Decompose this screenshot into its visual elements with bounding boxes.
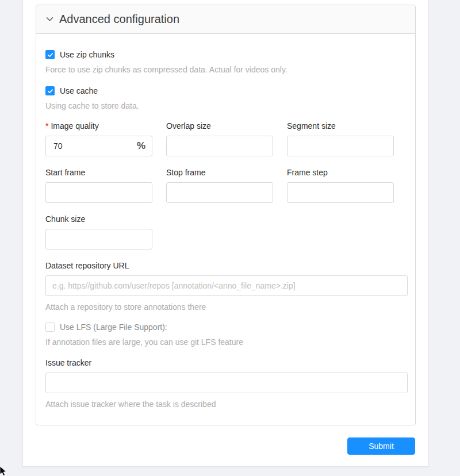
repository-url-help: Attach a repository to store annotations… bbox=[45, 301, 406, 313]
use-zip-chunks-checkbox[interactable]: Use zip chunks bbox=[45, 50, 406, 59]
stop-frame-label: Stop frame bbox=[166, 167, 273, 178]
segment-size-input[interactable] bbox=[287, 136, 394, 156]
overlap-size-field: Overlap size bbox=[166, 120, 273, 156]
use-lfs-checkbox[interactable]: Use LFS (Large File Support): bbox=[45, 323, 406, 332]
start-frame-field: Start frame bbox=[45, 167, 152, 203]
chunk-size-input[interactable] bbox=[45, 229, 152, 249]
mouse-cursor bbox=[0, 466, 8, 476]
grid-row-1: *Image quality % Overlap size Segment si… bbox=[45, 120, 406, 156]
checkbox-unchecked-icon bbox=[45, 323, 55, 332]
chunk-size-field: Chunk size bbox=[45, 213, 152, 249]
use-lfs-help: If annotation files are large, you can u… bbox=[45, 336, 406, 348]
issue-tracker-field: Issue tracker Attach issue tracker where… bbox=[45, 357, 406, 410]
image-quality-label: *Image quality bbox=[45, 120, 152, 132]
submit-button[interactable]: Submit bbox=[347, 437, 415, 455]
stop-frame-field: Stop frame bbox=[166, 167, 273, 203]
use-lfs-label: Use LFS (Large File Support): bbox=[60, 323, 167, 332]
start-frame-input[interactable] bbox=[45, 182, 152, 203]
advanced-configuration-header[interactable]: Advanced configuration bbox=[36, 5, 415, 34]
panel-title: Advanced configuration bbox=[59, 13, 179, 26]
required-asterisk: * bbox=[45, 121, 48, 130]
frame-step-label: Frame step bbox=[287, 167, 394, 178]
create-task-card: Advanced configuration Use zip chunks Fo… bbox=[22, 0, 428, 467]
chunk-size-label: Chunk size bbox=[45, 213, 152, 225]
image-quality-input-wrap: % bbox=[45, 136, 152, 156]
checkbox-checked-icon bbox=[45, 86, 55, 95]
use-zip-chunks-help: Force to use zip chunks as compressed da… bbox=[45, 64, 406, 75]
image-quality-input[interactable] bbox=[52, 141, 137, 151]
overlap-size-input[interactable] bbox=[166, 136, 273, 156]
issue-tracker-help: Attach issue tracker where the task is d… bbox=[45, 398, 406, 410]
segment-size-label: Segment size bbox=[287, 120, 394, 132]
stop-frame-input[interactable] bbox=[166, 182, 273, 203]
issue-tracker-input[interactable] bbox=[45, 373, 408, 393]
segment-size-field: Segment size bbox=[287, 120, 394, 156]
use-zip-chunks-label: Use zip chunks bbox=[60, 50, 114, 59]
frame-step-field: Frame step bbox=[287, 167, 394, 203]
frame-step-input[interactable] bbox=[287, 182, 394, 203]
use-cache-label: Use cache bbox=[60, 86, 98, 95]
repository-url-field: Dataset repository URL Attach a reposito… bbox=[45, 260, 406, 313]
overlap-size-label: Overlap size bbox=[166, 120, 273, 132]
start-frame-label: Start frame bbox=[45, 167, 152, 178]
image-quality-field: *Image quality % bbox=[45, 120, 152, 156]
advanced-configuration-panel: Advanced configuration Use zip chunks Fo… bbox=[36, 5, 416, 425]
grid-row-3: Chunk size bbox=[45, 213, 406, 249]
repository-url-label: Dataset repository URL bbox=[45, 260, 406, 271]
panel-body: Use zip chunks Force to use zip chunks a… bbox=[36, 34, 415, 425]
grid-row-2: Start frame Stop frame Frame step bbox=[45, 167, 406, 203]
use-cache-help: Using cache to store data. bbox=[45, 100, 406, 112]
repository-url-input[interactable] bbox=[45, 275, 408, 296]
issue-tracker-label: Issue tracker bbox=[45, 357, 406, 368]
percent-suffix: % bbox=[137, 140, 145, 152]
checkbox-checked-icon bbox=[45, 50, 55, 59]
chevron-down-icon bbox=[45, 16, 53, 24]
use-cache-checkbox[interactable]: Use cache bbox=[45, 86, 406, 95]
